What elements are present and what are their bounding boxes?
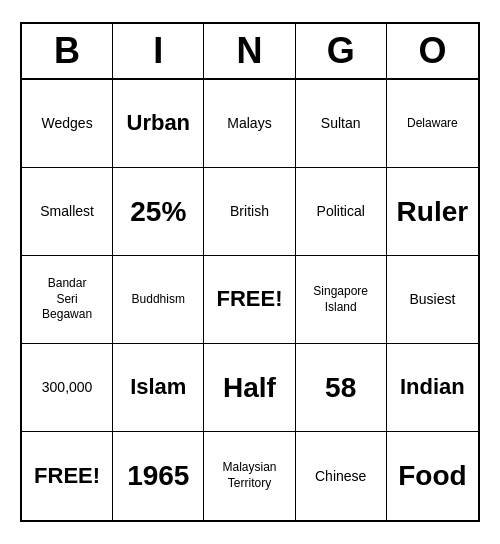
bingo-cell: Delaware — [387, 80, 478, 168]
bingo-cell: BandarSeriBegawan — [22, 256, 113, 344]
bingo-cell: FREE! — [204, 256, 295, 344]
bingo-cell: Indian — [387, 344, 478, 432]
bingo-cell: 58 — [296, 344, 387, 432]
bingo-cell: Urban — [113, 80, 204, 168]
bingo-cell: Wedges — [22, 80, 113, 168]
header-cell: B — [22, 24, 113, 78]
bingo-cell: 300,000 — [22, 344, 113, 432]
bingo-cell: Malays — [204, 80, 295, 168]
bingo-cell: Busiest — [387, 256, 478, 344]
bingo-cell: 1965 — [113, 432, 204, 520]
bingo-cell: Islam — [113, 344, 204, 432]
bingo-cell: Sultan — [296, 80, 387, 168]
bingo-grid: WedgesUrbanMalaysSultanDelawareSmallest2… — [22, 80, 478, 520]
bingo-cell: Smallest — [22, 168, 113, 256]
bingo-cell: MalaysianTerritory — [204, 432, 295, 520]
header-cell: I — [113, 24, 204, 78]
bingo-cell: British — [204, 168, 295, 256]
bingo-cell: Ruler — [387, 168, 478, 256]
bingo-cell: 25% — [113, 168, 204, 256]
bingo-cell: FREE! — [22, 432, 113, 520]
bingo-cell: Chinese — [296, 432, 387, 520]
bingo-cell: Half — [204, 344, 295, 432]
bingo-cell: Buddhism — [113, 256, 204, 344]
bingo-cell: Political — [296, 168, 387, 256]
header-cell: N — [204, 24, 295, 78]
bingo-header: BINGO — [22, 24, 478, 80]
bingo-card: BINGO WedgesUrbanMalaysSultanDelawareSma… — [20, 22, 480, 522]
header-cell: O — [387, 24, 478, 78]
bingo-cell: SingaporeIsland — [296, 256, 387, 344]
bingo-cell: Food — [387, 432, 478, 520]
header-cell: G — [296, 24, 387, 78]
